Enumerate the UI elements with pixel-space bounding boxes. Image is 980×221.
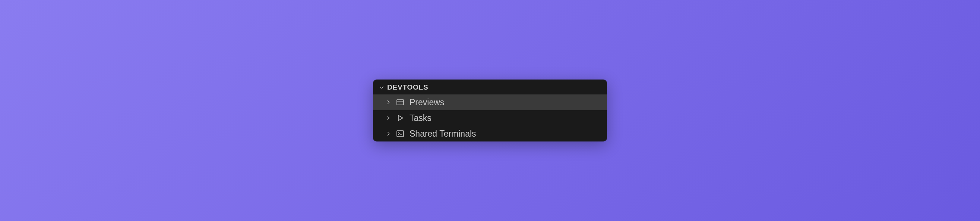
devtools-panel: DEVTOOLS Previews Tasks [373, 80, 607, 141]
section-header-devtools[interactable]: DEVTOOLS [373, 80, 607, 94]
chevron-right-icon [385, 115, 391, 121]
tree-item-label: Previews [409, 98, 444, 107]
tree-item-shared-terminals[interactable]: Shared Terminals [373, 126, 607, 141]
chevron-right-icon [385, 130, 391, 137]
preview-icon [395, 98, 405, 107]
tree-item-tasks[interactable]: Tasks [373, 110, 607, 126]
svg-rect-2 [397, 131, 404, 137]
chevron-right-icon [385, 99, 391, 106]
play-icon [395, 113, 405, 123]
chevron-down-icon [378, 84, 385, 91]
tree-item-label: Shared Terminals [409, 129, 476, 139]
tree-item-label: Tasks [409, 113, 431, 123]
terminal-icon [395, 129, 405, 138]
section-title: DEVTOOLS [387, 83, 428, 91]
tree-item-previews[interactable]: Previews [373, 94, 607, 110]
svg-rect-0 [397, 100, 404, 105]
